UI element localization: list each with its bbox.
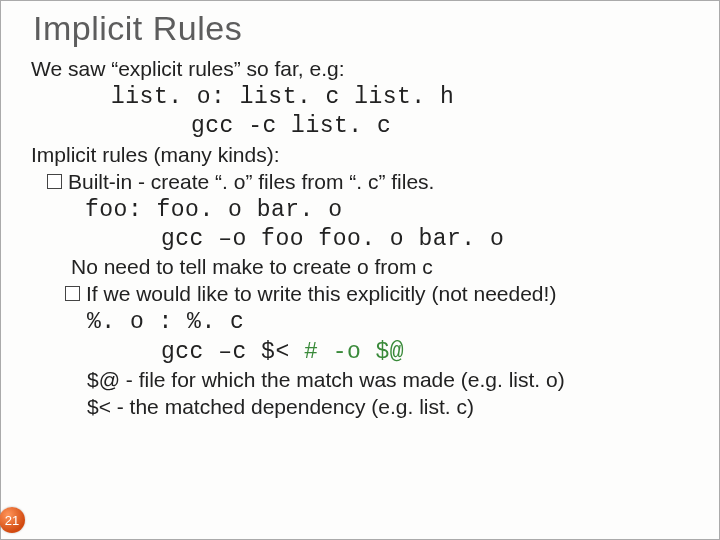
- explicit-cmd: gcc -c list. c: [31, 112, 689, 141]
- intro-text: We saw “explicit rules” so far, e.g:: [31, 56, 689, 83]
- explicit-rule: list. o: list. c list. h: [31, 83, 689, 112]
- implicit-heading: Implicit rules (many kinds):: [31, 142, 689, 169]
- builtin-cmd: gcc –o foo foo. o bar. o: [31, 225, 689, 254]
- square-bullet-icon: [47, 174, 62, 189]
- desc-dep: $< - the matched dependency (e.g. list. …: [31, 394, 689, 421]
- slide-title: Implicit Rules: [33, 9, 689, 48]
- pattern-rule: %. o : %. c: [31, 308, 689, 337]
- bullet-builtin: Built-in - create “. o” files from “. c”…: [31, 169, 689, 196]
- slide: Implicit Rules We saw “explicit rules” s…: [0, 0, 720, 540]
- bullet-explicit-alt: If we would like to write this explicitl…: [31, 281, 689, 308]
- desc-target: $@ - file for which the match was made (…: [31, 367, 689, 394]
- page-number-badge: 21: [0, 507, 25, 533]
- explicit-alt-lead: If we would like to write this explicitl…: [86, 281, 556, 308]
- builtin-note: No need to tell make to create o from c: [31, 254, 689, 281]
- pattern-cmd: gcc –c $< # -o $@: [31, 338, 689, 367]
- square-bullet-icon: [65, 286, 80, 301]
- slide-body: We saw “explicit rules” so far, e.g: lis…: [31, 56, 689, 421]
- builtin-rule: foo: foo. o bar. o: [31, 196, 689, 225]
- pattern-cmd-prefix: gcc –c $<: [161, 339, 304, 365]
- pattern-cmd-comment: # -o $@: [304, 339, 404, 365]
- builtin-text: Built-in - create “. o” files from “. c”…: [68, 169, 434, 196]
